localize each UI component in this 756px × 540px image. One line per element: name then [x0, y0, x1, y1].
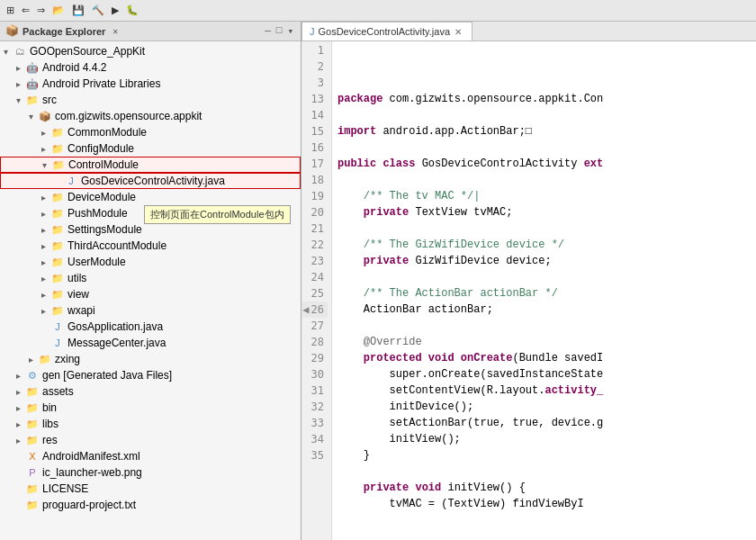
- tree-item-proguard[interactable]: 📁proguard-project.txt: [0, 497, 301, 513]
- tab-close-icon[interactable]: ✕: [454, 27, 463, 37]
- tree-icon: J: [64, 175, 78, 187]
- code-content[interactable]: package com.gizwits.opensource.appkit.Co…: [332, 41, 756, 540]
- editor-tab-gosdevice[interactable]: J GosDeviceControlActivity.java ✕: [302, 22, 472, 40]
- code-token: super.onCreate(savedInstanceState: [338, 368, 603, 381]
- code-token: /** The: [338, 190, 415, 202]
- tree-item-utils[interactable]: ▸📁utils: [0, 270, 301, 286]
- code-token: onCreate: [461, 352, 513, 364]
- toolbar-btn-3[interactable]: ⇒: [34, 4, 48, 17]
- line-number-29: 29: [302, 350, 328, 366]
- tree-arrow: ▸: [16, 63, 25, 73]
- tree-label: proguard-project.txt: [42, 499, 136, 511]
- code-line-34: private void initView() {: [338, 480, 756, 496]
- tree-icon: 📁: [25, 94, 40, 106]
- code-token: [454, 352, 461, 364]
- code-line-14: public class GosDeviceControlActivity ex…: [338, 156, 756, 172]
- line-number-2: 2: [302, 58, 328, 75]
- tree-item-root[interactable]: ▾🗂GOOpenSource_AppKit: [0, 43, 301, 59]
- tree-item-controlmod[interactable]: ▾📁ControlModule: [0, 157, 301, 173]
- code-line-17: private TextView tvMAC;: [338, 204, 756, 220]
- panel-close-icon[interactable]: ✕: [112, 26, 118, 37]
- tree-label: LICENSE: [42, 482, 88, 495]
- tree-label: ThirdAccountModule: [68, 239, 166, 252]
- tree-arrow: ▾: [4, 47, 13, 57]
- toolbar-btn-6[interactable]: 🔨: [89, 4, 107, 17]
- tree-item-thirdaccmod[interactable]: ▸📁ThirdAccountModule: [0, 238, 301, 254]
- tree-item-assets[interactable]: ▸📁assets: [0, 383, 301, 400]
- tree-item-usermod[interactable]: ▸📁UserModule: [0, 254, 301, 270]
- tree-item-pkg[interactable]: ▾📦com.gizwits.opensource.appkit: [0, 108, 301, 124]
- toolbar-btn-1[interactable]: ⊞: [4, 4, 17, 17]
- line-number-19: 19: [302, 188, 328, 204]
- tree-icon: 📁: [50, 272, 65, 284]
- toolbar-btn-7[interactable]: ▶: [109, 4, 122, 17]
- code-line-15: [338, 172, 756, 188]
- code-token: com.gizwits.opensource.appkit.Con: [382, 93, 603, 105]
- tree-icon: 📁: [50, 207, 65, 220]
- code-token: class: [382, 158, 415, 170]
- tree-item-android442[interactable]: ▸🤖Android 4.4.2: [0, 59, 301, 76]
- toolbar-btn-5[interactable]: 💾: [69, 4, 87, 17]
- code-line-16: /** The tv MAC */|: [338, 188, 756, 204]
- tree-item-zxing[interactable]: ▸📁zxing: [0, 351, 301, 367]
- code-token: package: [338, 93, 382, 105]
- code-line-31: initView();: [338, 431, 756, 447]
- line-number-23: 23: [302, 253, 328, 269]
- tree-arrow: ▸: [41, 225, 50, 235]
- tree-item-gosapp[interactable]: JGosApplication.java: [0, 319, 301, 335]
- panel-menu-icon[interactable]: ▾: [285, 25, 295, 37]
- code-token: [338, 352, 364, 364]
- toolbar-btn-4[interactable]: 📂: [50, 4, 68, 17]
- line-number-21: 21: [302, 220, 328, 237]
- panel-maximize-icon[interactable]: □: [274, 25, 284, 37]
- tree-item-configmod[interactable]: ▸📁ConfigModule: [0, 140, 301, 157]
- toolbar-btn-8[interactable]: 🐛: [123, 4, 141, 17]
- tree-label: SettingsModule: [68, 223, 142, 236]
- code-token: /** The GizWifiDevice device */: [338, 238, 564, 251]
- tree-item-libs[interactable]: ▸📁libs: [0, 416, 301, 432]
- ide-window: ⊞ ⇐ ⇒ 📂 💾 🔨 ▶ 🐛 📦 Package Explorer ✕ — □…: [0, 0, 756, 540]
- tree-item-license[interactable]: 📁LICENSE: [0, 481, 301, 497]
- code-line-18: [338, 220, 756, 237]
- code-token: /** The ActionBar actionBar */: [338, 287, 558, 300]
- tree-arrow: ▸: [16, 387, 25, 397]
- tree-item-gosdevice[interactable]: JGosDeviceControlActivity.java: [0, 173, 301, 189]
- code-token: [338, 482, 364, 494]
- tree-arrow: ▾: [16, 95, 25, 105]
- package-explorer-icon: 📦: [5, 24, 19, 38]
- code-token: tvMAC = (TextView) findViewByI: [338, 498, 584, 510]
- code-line-22: /** The ActionBar actionBar */: [338, 285, 756, 302]
- code-line-33: [338, 464, 756, 480]
- tree-icon: X: [25, 450, 40, 463]
- tree-label: GosApplication.java: [68, 320, 163, 333]
- tree-item-src[interactable]: ▾📁src: [0, 92, 301, 108]
- tree-item-manifest[interactable]: XAndroidManifest.xml: [0, 448, 301, 464]
- package-explorer-header: 📦 Package Explorer ✕ — □ ▾: [0, 22, 301, 41]
- line-number-30: 30: [302, 366, 328, 382]
- tree-label: libs: [42, 418, 58, 430]
- tree-item-gen[interactable]: ▸⚙gen [Generated Java Files]: [0, 367, 301, 383]
- code-token: initDevice();: [338, 400, 473, 413]
- code-token: setContentView(R.layout.: [338, 384, 544, 397]
- tree-item-view[interactable]: ▸📁view: [0, 286, 301, 302]
- code-line-30: setActionBar(true, true, device.g: [338, 415, 756, 431]
- tree-arrow: ▸: [29, 355, 38, 364]
- code-token: private: [364, 482, 409, 494]
- code-line-2: [338, 107, 756, 123]
- tree-item-pushmod[interactable]: ▸📁PushModule控制页面在ControlModule包内: [0, 205, 301, 221]
- tree-item-msgcenter[interactable]: JMessageCenter.java: [0, 335, 301, 351]
- code-token: protected: [364, 352, 422, 364]
- tree-item-res[interactable]: ▸📁res: [0, 432, 301, 448]
- tree-item-bin[interactable]: ▸📁bin: [0, 400, 301, 416]
- tree-item-commonmod[interactable]: ▸📁CommonModule: [0, 124, 301, 140]
- panel-minimize-icon[interactable]: —: [263, 25, 273, 37]
- tree-item-launcher[interactable]: Pic_launcher-web.png: [0, 464, 301, 481]
- tree-label: GosDeviceControlActivity.java: [81, 175, 225, 187]
- tree-label: Android 4.4.2: [42, 61, 106, 74]
- tree-arrow: ▸: [16, 79, 25, 89]
- tree-item-wxapi[interactable]: ▸📁wxapi: [0, 302, 301, 319]
- tree-item-privatlibs[interactable]: ▸🤖Android Private Libraries: [0, 76, 301, 92]
- toolbar-btn-2[interactable]: ⇐: [19, 4, 32, 17]
- tree-item-devicemod[interactable]: ▸📁DeviceModule: [0, 189, 301, 205]
- tree-icon: 📁: [25, 418, 40, 430]
